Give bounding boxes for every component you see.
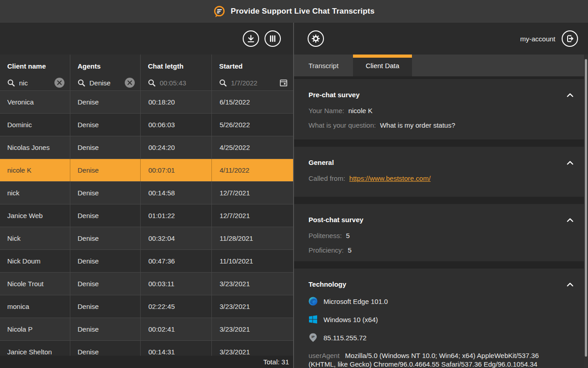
cell-chat-length: 00:47:36 xyxy=(141,250,212,272)
cell-agent: Denise xyxy=(70,250,141,272)
section-collapse-button[interactable] xyxy=(566,282,574,288)
search-icon xyxy=(219,79,227,87)
cell-agent: Denise xyxy=(70,295,141,318)
transcript-row[interactable]: Nick Denise 00:32:04 11/28/2021 xyxy=(0,227,293,250)
edge-browser-icon xyxy=(309,297,318,306)
tab-client-data[interactable]: Client Data xyxy=(353,55,412,76)
section-collapse-button[interactable] xyxy=(566,217,574,223)
transcript-row[interactable]: nicole K Denise 00:07:01 4/11/2022 xyxy=(0,159,293,182)
transcript-row[interactable]: Nicola P Denise 00:02:41 3/23/2021 xyxy=(0,318,293,341)
main-area: Client name nic Agents xyxy=(0,23,588,368)
table-footer: Total: 31 xyxy=(0,356,293,368)
section-collapse-button[interactable] xyxy=(566,160,574,166)
filter-clear-button[interactable] xyxy=(125,78,135,88)
transcript-row[interactable]: Janice Web Denise 01:01:22 12/7/2021 xyxy=(0,204,293,227)
search-icon xyxy=(148,79,156,87)
cell-chat-length: 00:24:20 xyxy=(141,136,212,159)
ip-address-icon: IP xyxy=(309,333,318,342)
column-filter[interactable]: 00:05:43 xyxy=(148,77,206,88)
chevron-up-icon xyxy=(567,283,573,287)
provide-support-logo-icon xyxy=(213,5,225,18)
column-title: Started xyxy=(219,61,288,71)
gear-icon xyxy=(311,34,321,44)
column-filter[interactable]: nic xyxy=(7,77,64,88)
cell-started: 12/7/2021 xyxy=(212,204,293,227)
section-header: Technology xyxy=(309,279,574,289)
column-title: Client name xyxy=(7,61,64,71)
cell-started: 11/28/2021 xyxy=(212,227,293,249)
column-title: Chat letgth xyxy=(148,61,206,71)
tech-row: Microsoft Edge 101.0 xyxy=(309,296,574,307)
field-label: Politeness: xyxy=(309,232,342,239)
cell-chat-length: 00:07:01 xyxy=(141,159,212,181)
cell-client-name: Nicola P xyxy=(0,318,70,340)
field-row: What is your question:What is my order s… xyxy=(309,121,574,130)
transcript-row[interactable]: Nicolas Jones Denise 00:24:20 4/25/2022 xyxy=(0,136,293,159)
transcript-row[interactable]: Veronica Denise 00:18:20 6/15/2022 xyxy=(0,91,293,114)
search-icon xyxy=(7,79,15,87)
cell-agent: Denise xyxy=(70,227,141,249)
section-fields: Politeness:5 Proficiency:5 xyxy=(309,231,574,255)
section-tech-items: Microsoft Edge 101.0 Windows 10 (x64) IP… xyxy=(309,296,574,368)
transcript-row[interactable]: nick Denise 00:14:58 12/7/2021 xyxy=(0,182,293,204)
column-header-agents[interactable]: Agents Denise xyxy=(70,55,141,90)
column-filter[interactable]: Denise xyxy=(78,77,135,88)
transcript-row[interactable]: monica Denise 02:22:45 3/23/2021 xyxy=(0,295,293,318)
cell-chat-length: 00:02:41 xyxy=(141,318,212,340)
filter-input[interactable]: 00:05:43 xyxy=(160,79,206,87)
scrollbar-thumb[interactable] xyxy=(585,59,587,357)
section-header: Pre-chat survey xyxy=(309,90,574,100)
chevron-up-icon xyxy=(567,218,573,222)
cell-client-name: Veronica xyxy=(0,91,70,113)
field-value: nicole K xyxy=(348,107,372,114)
field-row: Called from:https://www.beststore.com/ xyxy=(309,174,574,183)
section-title: Post-chat survey xyxy=(309,215,363,225)
cell-started: 11/10/2021 xyxy=(212,250,293,272)
chevron-up-icon xyxy=(567,161,573,165)
section-collapse-button[interactable] xyxy=(566,92,574,98)
svg-text:IP: IP xyxy=(311,335,314,339)
chevron-up-icon xyxy=(567,93,573,97)
logout-button[interactable] xyxy=(562,30,578,47)
section-header: Post-chat survey xyxy=(309,215,574,225)
cell-agent: Denise xyxy=(70,91,141,113)
calendar-icon[interactable] xyxy=(279,79,288,87)
tech-text: Windows 10 (x64) xyxy=(323,316,378,323)
column-header-started[interactable]: Started 1/7/2022 xyxy=(212,55,293,90)
tab-transcript[interactable]: Transcript xyxy=(294,55,353,76)
cell-agent: Denise xyxy=(70,204,141,227)
cell-client-name: Nicole Trout xyxy=(0,273,70,295)
cell-agent: Denise xyxy=(70,114,141,136)
called-from-link[interactable]: https://www.beststore.com/ xyxy=(349,174,431,182)
section-fields: Called from:https://www.beststore.com/ xyxy=(309,174,574,183)
filter-input[interactable]: Denise xyxy=(89,79,121,87)
account-label: my-account xyxy=(520,35,555,43)
filter-input[interactable]: nic xyxy=(19,79,50,87)
cell-client-name: Janice Web xyxy=(0,204,70,227)
field-row: Politeness:5 xyxy=(309,231,574,240)
cell-chat-length: 00:06:03 xyxy=(141,114,212,136)
column-header-client-name[interactable]: Client name nic xyxy=(0,55,70,90)
column-filter[interactable]: 1/7/2022 xyxy=(219,77,288,88)
field-label: Called from: xyxy=(309,174,345,182)
clear-icon xyxy=(57,80,62,85)
scrollbar-track[interactable] xyxy=(584,55,588,368)
settings-button[interactable] xyxy=(308,30,324,47)
filter-input[interactable]: 1/7/2022 xyxy=(231,79,275,87)
cell-client-name: Dominic xyxy=(0,114,70,136)
transcript-row[interactable]: Nick Doum Denise 00:47:36 11/10/2021 xyxy=(0,250,293,273)
app-window: Provide Support Live Chat Transcripts xyxy=(0,0,588,368)
filter-clear-button[interactable] xyxy=(54,78,64,88)
column-title: Agents xyxy=(78,61,135,71)
download-button[interactable] xyxy=(243,30,259,47)
transcript-row[interactable]: Nicole Trout Denise 00:03:11 3/23/2021 xyxy=(0,273,293,295)
transcript-row[interactable]: Dominic Denise 00:06:03 5/26/2022 xyxy=(0,114,293,136)
column-header-chat-letgth[interactable]: Chat letgth 00:05:43 xyxy=(141,55,212,90)
field-value: 5 xyxy=(346,232,349,239)
columns-button[interactable] xyxy=(265,30,281,47)
tech-row: IP 85.115.255.72 xyxy=(309,332,574,343)
field-value: What is my order status? xyxy=(380,121,455,129)
cell-chat-length: 00:14:58 xyxy=(141,182,212,204)
cell-chat-length: 00:18:20 xyxy=(141,91,212,113)
cell-chat-length: 02:22:45 xyxy=(141,295,212,318)
